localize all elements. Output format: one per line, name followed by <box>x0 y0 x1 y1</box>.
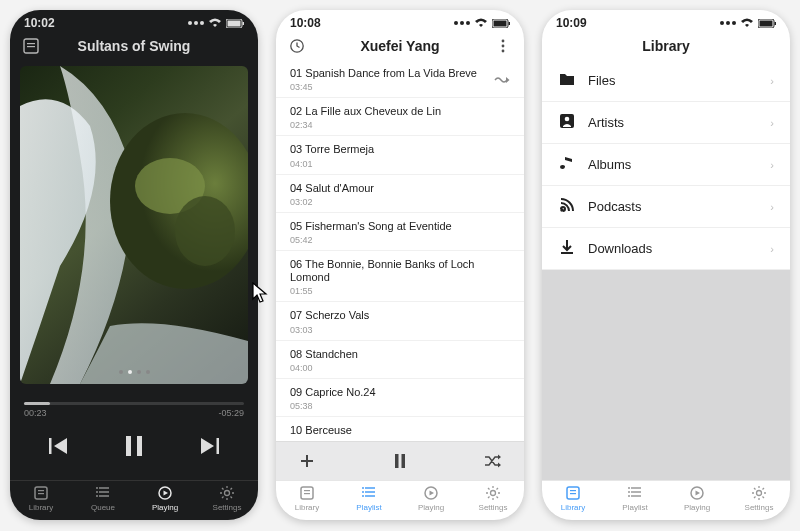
history-icon[interactable] <box>288 38 306 54</box>
svg-rect-32 <box>304 493 310 494</box>
tab-settings[interactable]: Settings <box>196 485 258 512</box>
track-duration: 04:00 <box>290 363 510 373</box>
library-row-label: Downloads <box>588 241 652 256</box>
header: Library <box>542 32 790 60</box>
clock: 10:08 <box>290 16 321 30</box>
svg-point-47 <box>628 487 630 489</box>
track-title: 02 La Fille aux Cheveux de Lin <box>290 105 510 118</box>
track-list[interactable]: 01 Spanish Dance from La Vida Breve03:45… <box>276 60 524 441</box>
svg-point-26 <box>502 45 505 48</box>
albums-icon <box>558 154 576 175</box>
library-list: Files›Artists›Albums›Podcasts›Downloads› <box>542 60 790 270</box>
queue-icon[interactable] <box>22 38 40 54</box>
track-title: 07 Scherzo Vals <box>290 309 510 322</box>
shuffle-button[interactable] <box>484 452 502 470</box>
track-row[interactable]: 05 Fisherman's Song at Eventide05:42 <box>276 213 524 251</box>
library-row-podcasts[interactable]: Podcasts› <box>542 186 790 228</box>
library-row-label: Albums <box>588 157 631 172</box>
svg-point-48 <box>628 491 630 493</box>
tab-label: Playing <box>418 503 444 512</box>
svg-point-8 <box>175 196 235 266</box>
track-title: 06 The Bonnie, Bonnie Banks of Loch Lomo… <box>290 258 510 284</box>
tab-playlist[interactable]: Playlist <box>338 485 400 512</box>
library-row-albums[interactable]: Albums› <box>542 144 790 186</box>
pager-dots <box>20 370 248 374</box>
time-remaining: -05:29 <box>218 408 244 418</box>
status-icons <box>720 18 776 28</box>
svg-point-49 <box>628 495 630 497</box>
chevron-right-icon: › <box>770 75 774 87</box>
track-row[interactable]: 08 Standchen04:00 <box>276 341 524 379</box>
tab-settings[interactable]: Settings <box>728 485 790 512</box>
tab-library[interactable]: Library <box>542 485 604 512</box>
tab-library[interactable]: Library <box>10 485 72 512</box>
tab-playlist[interactable]: Playlist <box>604 485 666 512</box>
library-row-files[interactable]: Files› <box>542 60 790 102</box>
time-elapsed: 00:23 <box>24 408 47 418</box>
now-playing-title: Sultans of Swing <box>40 38 228 54</box>
svg-rect-14 <box>38 490 44 491</box>
next-button[interactable] <box>194 432 222 460</box>
track-duration: 03:03 <box>290 325 510 335</box>
tab-playing[interactable]: Playing <box>666 485 728 512</box>
track-row[interactable]: 01 Spanish Dance from La Vida Breve03:45 <box>276 60 524 98</box>
track-title: 08 Standchen <box>290 348 510 361</box>
track-row[interactable]: 02 La Fille aux Cheveux de Lin02:34 <box>276 98 524 136</box>
chevron-right-icon: › <box>770 117 774 129</box>
header: Xuefei Yang <box>276 32 524 60</box>
track-row[interactable]: 03 Torre Bermeja04:01 <box>276 136 524 174</box>
tab-library[interactable]: Library <box>276 485 338 512</box>
tab-settings[interactable]: Settings <box>462 485 524 512</box>
tab-bar: LibraryPlaylistPlayingSettings <box>276 480 524 520</box>
svg-rect-12 <box>217 438 220 454</box>
track-title: 10 Berceuse <box>290 424 510 437</box>
track-duration: 01:55 <box>290 286 510 296</box>
svg-rect-40 <box>775 22 777 25</box>
track-row[interactable]: 06 The Bonnie, Bonnie Banks of Loch Lomo… <box>276 251 524 302</box>
clock: 10:09 <box>556 16 587 30</box>
tab-playing[interactable]: Playing <box>400 485 462 512</box>
add-button[interactable] <box>298 452 316 470</box>
svg-point-35 <box>362 495 364 497</box>
svg-point-34 <box>362 491 364 493</box>
track-row[interactable]: 07 Scherzo Vals03:03 <box>276 302 524 340</box>
svg-rect-28 <box>395 454 399 468</box>
tab-label: Library <box>561 503 585 512</box>
now-playing-indicator-icon <box>494 71 510 89</box>
tab-queue[interactable]: Queue <box>72 485 134 512</box>
screen-now-playing: 10:02 Sultans of Swing <box>10 10 258 520</box>
tab-label: Playlist <box>622 503 647 512</box>
tab-label: Playlist <box>356 503 381 512</box>
track-duration: 04:01 <box>290 159 510 169</box>
chevron-right-icon: › <box>770 159 774 171</box>
pause-button[interactable] <box>120 432 148 460</box>
svg-rect-31 <box>304 490 310 491</box>
track-title: 01 Spanish Dance from La Vida Breve <box>290 67 477 80</box>
svg-rect-2 <box>243 22 245 25</box>
tab-playing[interactable]: Playing <box>134 485 196 512</box>
tab-label: Settings <box>745 503 774 512</box>
tab-label: Settings <box>213 503 242 512</box>
tab-label: Playing <box>684 503 710 512</box>
svg-rect-1 <box>228 20 241 26</box>
track-row[interactable]: 04 Salut d'Amour03:02 <box>276 175 524 213</box>
svg-point-25 <box>502 40 505 43</box>
more-icon[interactable] <box>494 39 512 53</box>
tab-label: Queue <box>91 503 115 512</box>
status-icons <box>188 18 244 28</box>
status-bar: 10:08 <box>276 10 524 32</box>
svg-rect-10 <box>126 436 131 456</box>
track-row[interactable]: 10 Berceuse03:45 <box>276 417 524 441</box>
scrubber[interactable]: 00:23 -05:29 <box>10 396 258 418</box>
status-bar: 10:09 <box>542 10 790 32</box>
tab-label: Playing <box>152 503 178 512</box>
library-row-downloads[interactable]: Downloads› <box>542 228 790 270</box>
screen-playlist: 10:08 Xuefei Yang 01 Spanish Dance from … <box>276 10 524 520</box>
library-row-label: Artists <box>588 115 624 130</box>
prev-button[interactable] <box>46 432 74 460</box>
pause-button[interactable] <box>391 452 409 470</box>
library-row-artists[interactable]: Artists› <box>542 102 790 144</box>
track-row[interactable]: 09 Caprice No.2405:38 <box>276 379 524 417</box>
album-art[interactable] <box>10 60 258 396</box>
svg-point-37 <box>491 491 496 496</box>
